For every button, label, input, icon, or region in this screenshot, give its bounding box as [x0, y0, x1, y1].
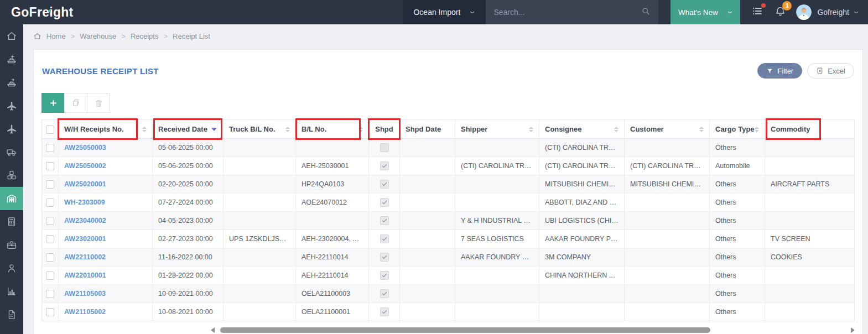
copy-receipt-button[interactable] [64, 93, 87, 113]
whats-new-label: What's New [678, 8, 718, 17]
breadcrumb-item-receipts[interactable]: Receipts [131, 32, 159, 40]
filter-button[interactable]: Filter [757, 63, 802, 79]
sidebar [0, 24, 23, 334]
excel-file-icon [816, 67, 824, 75]
column-header-whr[interactable]: W/H Receipts No. [59, 120, 153, 139]
whats-new-button[interactable]: What's New [671, 0, 740, 24]
row-checkbox[interactable] [46, 180, 54, 189]
global-search [486, 0, 658, 24]
search-input[interactable] [493, 8, 641, 17]
search-icon[interactable] [641, 6, 651, 18]
column-header-shpd[interactable]: Shpd [369, 120, 400, 139]
sort-icon[interactable] [699, 127, 704, 132]
row-checkbox[interactable] [46, 162, 54, 170]
sidebar-item-warehouse[interactable] [0, 187, 23, 210]
excel-export-button[interactable]: Excel [807, 63, 854, 79]
breadcrumb-home-icon[interactable] [33, 32, 41, 40]
sort-icon[interactable] [285, 127, 290, 132]
sort-icon[interactable] [358, 127, 363, 132]
sort-icon[interactable] [614, 127, 618, 132]
app-logo[interactable]: GoFreight [0, 5, 74, 20]
cell-cargo: Others [710, 267, 765, 285]
sidebar-item-documents[interactable] [0, 303, 23, 326]
notifications-button[interactable]: 1 [775, 6, 786, 19]
cell-whr: AW23020001 [59, 230, 153, 248]
sort-icon[interactable] [755, 127, 759, 132]
horizontal-scrollbar[interactable] [211, 326, 855, 334]
column-header-received[interactable]: Received Date [153, 120, 224, 139]
navbar-right-cluster: Ocean Import What's New 1 Gofreight [403, 0, 868, 24]
scrollbar-track[interactable] [219, 327, 847, 333]
receipt-link[interactable]: AW25050002 [64, 162, 106, 170]
breadcrumb-item-warehouse[interactable]: Warehouse [80, 32, 116, 40]
sort-icon[interactable] [142, 127, 147, 132]
breadcrumb-item-receipt-list[interactable]: Receipt List [173, 32, 210, 40]
sidebar-item-trucking[interactable] [0, 140, 23, 164]
user-menu[interactable]: Gofreight [817, 8, 849, 17]
receipt-link[interactable]: AW23020001 [64, 235, 106, 243]
cell-bl: AEH-22110014 [296, 248, 369, 267]
cell-consignee: UBI LOGISTICS (CHINA) ... [539, 212, 625, 230]
column-header-shpd_date[interactable]: Shpd Date [400, 120, 455, 139]
column-header-consignee[interactable]: Consignee [539, 120, 625, 139]
tasks-menu-button[interactable] [751, 5, 763, 19]
user-chevron-icon[interactable] [853, 9, 859, 15]
select-all-checkbox[interactable] [46, 126, 54, 134]
receipt-link[interactable]: AW25020001 [64, 180, 106, 188]
scroll-right-arrow[interactable] [851, 327, 855, 333]
receipt-link[interactable]: AW23040002 [64, 217, 106, 225]
column-header-cargo[interactable]: Cargo Type [710, 120, 765, 139]
cell-whr: AW25050002 [59, 157, 153, 175]
receipt-link[interactable]: AW22010001 [64, 272, 106, 279]
cell-consignee [539, 285, 625, 303]
row-checkbox[interactable] [46, 272, 54, 280]
content-card: WAREHOUSE RECEIPT LIST Filter Excel W/H … [33, 49, 863, 334]
cell-received: 07-27-2024 00:00 [153, 194, 224, 212]
row-checkbox[interactable] [46, 199, 54, 207]
sidebar-item-air-import[interactable] [0, 94, 23, 117]
sidebar-item-contacts[interactable] [0, 257, 23, 280]
scrollbar-thumb[interactable] [220, 327, 710, 333]
receipt-link[interactable]: AW25050003 [64, 144, 106, 152]
column-header-customer[interactable]: Customer [625, 120, 710, 139]
receipt-link[interactable]: WH-2303009 [64, 199, 105, 206]
cell-shipper [455, 267, 539, 285]
receipt-link[interactable]: AW21105002 [64, 308, 106, 316]
receipts-table: W/H Receipts No.Received DateTruck B/L N… [41, 119, 855, 321]
avatar[interactable] [796, 4, 812, 20]
sidebar-item-briefcase[interactable] [0, 233, 23, 257]
sidebar-item-ocean-export[interactable] [0, 71, 23, 94]
row-checkbox[interactable] [46, 217, 54, 225]
scroll-left-arrow[interactable] [211, 327, 215, 333]
table-row: WH-230300907-27-2024 00:00AOE24070012ABB… [42, 194, 855, 212]
sidebar-item-ocean-import[interactable] [0, 48, 23, 71]
sidebar-item-air-export[interactable] [0, 117, 23, 140]
row-checkbox[interactable] [46, 290, 54, 298]
sidebar-item-reports[interactable] [0, 280, 23, 303]
table-wrapper: W/H Receipts No.Received DateTruck B/L N… [41, 119, 855, 321]
sidebar-item-home[interactable] [0, 24, 23, 48]
sort-icon[interactable] [529, 127, 533, 132]
row-checkbox[interactable] [46, 308, 54, 316]
copy-icon [71, 98, 81, 108]
column-header-bl[interactable]: B/L No. [296, 120, 369, 139]
column-header-shipper[interactable]: Shipper [455, 120, 539, 139]
row-checkbox[interactable] [46, 253, 54, 262]
sort-desc-icon[interactable] [211, 128, 217, 131]
cell-shpd [369, 157, 400, 175]
cell-shpd_date [400, 139, 455, 157]
add-receipt-button[interactable] [41, 93, 65, 113]
table-row: AW2302000102-27-2023 00:00UPS 1ZSKDLJSFH… [42, 230, 855, 248]
row-checkbox[interactable] [46, 235, 54, 243]
receipt-link[interactable]: AW22110002 [64, 253, 106, 261]
sidebar-item-calculator[interactable] [0, 210, 23, 233]
sidebar-item-cargo-boxes[interactable] [0, 164, 23, 187]
breadcrumb-item-home[interactable]: Home [46, 32, 66, 40]
row-checkbox[interactable] [46, 144, 54, 152]
column-header-commodity[interactable]: Commodity [765, 120, 855, 139]
delete-receipt-button[interactable] [87, 93, 110, 113]
module-selector[interactable]: Ocean Import [403, 0, 486, 24]
column-header-truck_bl[interactable]: Truck B/L No. [224, 120, 296, 139]
cell-whr: AW21105002 [59, 303, 153, 321]
receipt-link[interactable]: AW21105003 [64, 290, 106, 298]
